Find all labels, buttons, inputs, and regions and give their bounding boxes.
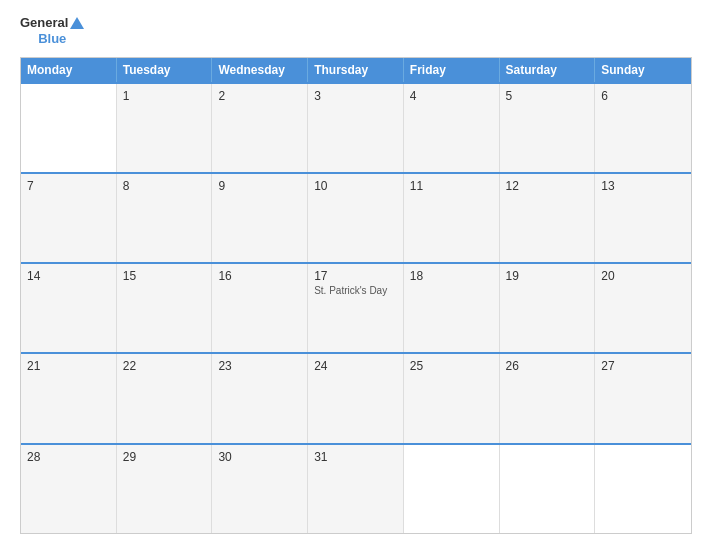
day-number: 10 bbox=[314, 179, 397, 193]
day-number: 2 bbox=[218, 89, 301, 103]
day-cell: 5 bbox=[500, 84, 596, 172]
week-row-4: 21222324252627 bbox=[21, 352, 691, 442]
day-cell: 25 bbox=[404, 354, 500, 442]
day-number: 12 bbox=[506, 179, 589, 193]
day-cell: 22 bbox=[117, 354, 213, 442]
day-number: 11 bbox=[410, 179, 493, 193]
day-header-tuesday: Tuesday bbox=[117, 58, 213, 82]
day-cell: 30 bbox=[212, 445, 308, 533]
day-cell: 19 bbox=[500, 264, 596, 352]
day-headers-row: MondayTuesdayWednesdayThursdayFridaySatu… bbox=[21, 58, 691, 82]
calendar-grid: MondayTuesdayWednesdayThursdayFridaySatu… bbox=[20, 57, 692, 534]
day-cell: 11 bbox=[404, 174, 500, 262]
day-number: 3 bbox=[314, 89, 397, 103]
holiday-label: St. Patrick's Day bbox=[314, 285, 397, 297]
day-cell: 8 bbox=[117, 174, 213, 262]
day-number: 23 bbox=[218, 359, 301, 373]
day-cell: 29 bbox=[117, 445, 213, 533]
day-cell: 28 bbox=[21, 445, 117, 533]
day-cell: 18 bbox=[404, 264, 500, 352]
day-number: 19 bbox=[506, 269, 589, 283]
day-cell: 13 bbox=[595, 174, 691, 262]
day-header-thursday: Thursday bbox=[308, 58, 404, 82]
day-cell bbox=[500, 445, 596, 533]
day-number: 8 bbox=[123, 179, 206, 193]
day-number: 6 bbox=[601, 89, 685, 103]
weeks-container: 1234567891011121314151617St. Patrick's D… bbox=[21, 82, 691, 533]
day-header-wednesday: Wednesday bbox=[212, 58, 308, 82]
week-row-2: 78910111213 bbox=[21, 172, 691, 262]
day-number: 29 bbox=[123, 450, 206, 464]
day-number: 4 bbox=[410, 89, 493, 103]
day-number: 17 bbox=[314, 269, 397, 283]
day-cell: 7 bbox=[21, 174, 117, 262]
logo-blue-text: Blue bbox=[38, 32, 66, 46]
day-number: 26 bbox=[506, 359, 589, 373]
day-cell: 16 bbox=[212, 264, 308, 352]
day-cell: 1 bbox=[117, 84, 213, 172]
day-number: 9 bbox=[218, 179, 301, 193]
day-cell: 15 bbox=[117, 264, 213, 352]
day-cell: 23 bbox=[212, 354, 308, 442]
day-cell: 3 bbox=[308, 84, 404, 172]
day-number: 16 bbox=[218, 269, 301, 283]
logo-general-text: General bbox=[20, 16, 68, 30]
day-cell: 9 bbox=[212, 174, 308, 262]
day-cell: 21 bbox=[21, 354, 117, 442]
week-row-3: 14151617St. Patrick's Day181920 bbox=[21, 262, 691, 352]
day-number: 1 bbox=[123, 89, 206, 103]
day-cell: 4 bbox=[404, 84, 500, 172]
day-number: 27 bbox=[601, 359, 685, 373]
day-cell: 27 bbox=[595, 354, 691, 442]
day-number: 7 bbox=[27, 179, 110, 193]
week-row-5: 28293031 bbox=[21, 443, 691, 533]
day-number: 31 bbox=[314, 450, 397, 464]
day-number: 24 bbox=[314, 359, 397, 373]
day-number: 14 bbox=[27, 269, 110, 283]
day-cell: 31 bbox=[308, 445, 404, 533]
day-number: 15 bbox=[123, 269, 206, 283]
day-cell bbox=[595, 445, 691, 533]
day-header-friday: Friday bbox=[404, 58, 500, 82]
day-cell: 14 bbox=[21, 264, 117, 352]
day-header-saturday: Saturday bbox=[500, 58, 596, 82]
day-number: 5 bbox=[506, 89, 589, 103]
day-cell: 24 bbox=[308, 354, 404, 442]
day-cell: 12 bbox=[500, 174, 596, 262]
day-number: 21 bbox=[27, 359, 110, 373]
day-cell: 17St. Patrick's Day bbox=[308, 264, 404, 352]
day-cell: 2 bbox=[212, 84, 308, 172]
day-number: 20 bbox=[601, 269, 685, 283]
week-row-1: 123456 bbox=[21, 82, 691, 172]
calendar-page: GeneralBlue MondayTuesdayWednesdayThursd… bbox=[0, 0, 712, 550]
day-cell: 6 bbox=[595, 84, 691, 172]
day-number: 30 bbox=[218, 450, 301, 464]
logo-triangle-icon bbox=[70, 17, 84, 29]
day-cell: 20 bbox=[595, 264, 691, 352]
day-header-monday: Monday bbox=[21, 58, 117, 82]
day-number: 18 bbox=[410, 269, 493, 283]
day-number: 22 bbox=[123, 359, 206, 373]
day-header-sunday: Sunday bbox=[595, 58, 691, 82]
day-number: 13 bbox=[601, 179, 685, 193]
day-number: 25 bbox=[410, 359, 493, 373]
day-number: 28 bbox=[27, 450, 110, 464]
logo: GeneralBlue bbox=[20, 16, 84, 47]
day-cell: 26 bbox=[500, 354, 596, 442]
day-cell: 10 bbox=[308, 174, 404, 262]
day-cell bbox=[404, 445, 500, 533]
day-cell bbox=[21, 84, 117, 172]
header: GeneralBlue bbox=[20, 16, 692, 47]
